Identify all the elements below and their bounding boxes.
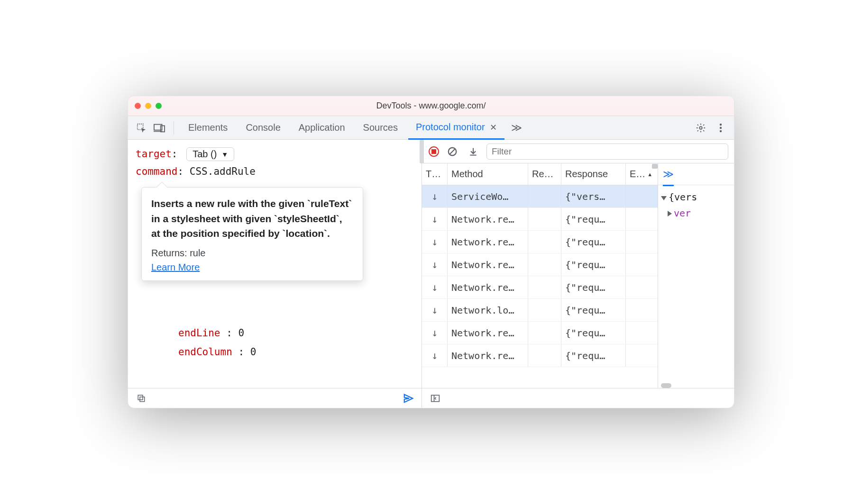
command-editor[interactable]: target: Tab () ▼ command: CSS.addRule In… — [128, 140, 422, 388]
cell-request — [528, 231, 561, 253]
col-method[interactable]: Method — [448, 163, 528, 185]
monitor-footer — [422, 388, 734, 408]
devtools-tabbar: Elements Console Application Sources Pro… — [128, 116, 734, 140]
json-tree[interactable]: {vers ver — [658, 185, 734, 225]
tab-elements[interactable]: Elements — [181, 116, 235, 140]
cell-request — [528, 299, 561, 321]
cell-request — [528, 322, 561, 344]
more-inspector-tabs-icon[interactable]: ≫ — [663, 168, 674, 186]
cell-type: ↓ — [422, 322, 448, 344]
table-row[interactable]: ↓Network.re…{"requ… — [422, 253, 658, 276]
main-split: target: Tab () ▼ command: CSS.addRule In… — [128, 140, 734, 408]
more-tabs-icon[interactable]: ≫ — [507, 122, 526, 134]
cell-elapsed — [626, 299, 658, 321]
inspector-hscroll[interactable] — [661, 383, 732, 388]
table-row[interactable]: ↓Network.re…{"requ… — [422, 344, 658, 367]
svg-line-11 — [450, 149, 455, 154]
cell-request — [528, 253, 561, 276]
divider — [174, 121, 174, 135]
col-request[interactable]: Re… — [528, 163, 561, 185]
command-tooltip: Inserts a new rule with the given `ruleT… — [141, 187, 363, 281]
cell-elapsed — [626, 344, 658, 367]
tree-toggle-icon[interactable] — [668, 211, 672, 216]
svg-point-4 — [699, 126, 702, 129]
command-editor-pane: target: Tab () ▼ command: CSS.addRule In… — [128, 140, 422, 408]
cell-request — [528, 185, 561, 207]
cell-method: ServiceWo… — [448, 185, 528, 207]
column-scroll-thumb[interactable] — [652, 164, 658, 169]
cell-request — [528, 208, 561, 230]
cell-elapsed — [626, 253, 658, 276]
target-select[interactable]: Tab () ▼ — [186, 147, 234, 161]
window-title: DevTools - www.google.com/ — [128, 101, 734, 111]
clear-icon[interactable] — [445, 144, 460, 159]
tree-toggle-icon[interactable] — [661, 196, 667, 200]
cell-elapsed — [626, 185, 658, 207]
response-inspector: ≫ {vers ver — [658, 163, 734, 388]
send-command-icon[interactable] — [401, 391, 416, 406]
tooltip-description: Inserts a new rule with the given `ruleT… — [151, 196, 353, 241]
kebab-menu-icon[interactable] — [713, 120, 728, 135]
cell-response: {"requ… — [561, 231, 626, 253]
svg-point-6 — [720, 126, 722, 128]
settings-icon[interactable] — [693, 120, 708, 135]
col-response[interactable]: Response — [561, 163, 626, 185]
table-row[interactable]: ↓Network.re…{"requ… — [422, 231, 658, 253]
svg-rect-8 — [140, 397, 145, 402]
cell-type: ↓ — [422, 231, 448, 253]
protocol-monitor-pane: T… Method Re… Response E…▲ ↓ServiceWo…{"… — [422, 140, 734, 408]
cell-elapsed — [626, 276, 658, 298]
table-body: ↓ServiceWo…{"vers…↓Network.re…{"requ…↓Ne… — [422, 185, 658, 388]
cell-type: ↓ — [422, 253, 448, 276]
cell-type: ↓ — [422, 344, 448, 367]
titlebar: DevTools - www.google.com/ — [128, 96, 734, 116]
cell-response: {"vers… — [561, 185, 626, 207]
cell-response: {"requ… — [561, 299, 626, 321]
cell-type: ↓ — [422, 208, 448, 230]
record-button[interactable] — [429, 146, 439, 157]
col-type[interactable]: T… — [422, 163, 448, 185]
table-row[interactable]: ↓Network.re…{"requ… — [422, 276, 658, 299]
devtools-window: DevTools - www.google.com/ Elements Cons… — [128, 96, 734, 408]
inspector-tabs: ≫ — [658, 163, 734, 185]
inspect-element-icon[interactable] — [134, 120, 149, 135]
download-icon[interactable] — [466, 144, 481, 159]
cell-elapsed — [626, 208, 658, 230]
table-header: T… Method Re… Response E…▲ — [422, 163, 658, 185]
table-row[interactable]: ↓Network.re…{"requ… — [422, 208, 658, 231]
vertical-splitter[interactable] — [420, 140, 424, 163]
filter-input[interactable] — [486, 144, 728, 160]
cell-type: ↓ — [422, 299, 448, 321]
cell-method: Network.lo… — [448, 299, 528, 321]
table-row[interactable]: ↓Network.lo…{"requ… — [422, 299, 658, 322]
tab-console[interactable]: Console — [238, 116, 288, 140]
toggle-sidebar-icon[interactable] — [428, 391, 443, 406]
command-label: command — [136, 166, 178, 177]
command-value: CSS.addRule — [190, 166, 256, 177]
cell-elapsed — [626, 322, 658, 344]
device-toolbar-icon[interactable] — [152, 120, 167, 135]
cell-method: Network.re… — [448, 253, 528, 276]
target-label: target — [136, 148, 172, 160]
svg-rect-9 — [138, 395, 143, 400]
cell-type: ↓ — [422, 276, 448, 298]
cell-response: {"requ… — [561, 208, 626, 230]
cell-request — [528, 344, 561, 367]
close-tab-icon[interactable]: ✕ — [490, 122, 497, 133]
cell-response: {"requ… — [561, 276, 626, 298]
editor-body: endLine : 0 endColumn : 0 — [136, 324, 414, 362]
cell-response: {"requ… — [561, 322, 626, 344]
svg-rect-3 — [161, 126, 165, 132]
copy-icon[interactable] — [134, 391, 149, 406]
table-row[interactable]: ↓ServiceWo…{"vers… — [422, 185, 658, 208]
tab-protocol-monitor[interactable]: Protocol monitor ✕ — [408, 116, 504, 140]
svg-point-7 — [720, 130, 722, 132]
cell-elapsed — [626, 231, 658, 253]
table-row[interactable]: ↓Network.re…{"requ… — [422, 322, 658, 344]
tab-application[interactable]: Application — [291, 116, 353, 140]
cell-request — [528, 276, 561, 298]
tooltip-learn-more-link[interactable]: Learn More — [151, 262, 200, 272]
cell-method: Network.re… — [448, 322, 528, 344]
tab-sources[interactable]: Sources — [356, 116, 405, 140]
editor-footer — [128, 388, 422, 408]
